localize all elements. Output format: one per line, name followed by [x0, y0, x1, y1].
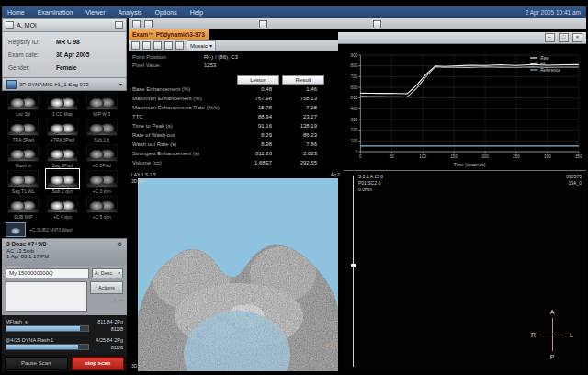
- thumbnail[interactable]: +C 4 dyn: [43, 196, 83, 222]
- metric-value-2: 138.19: [282, 123, 324, 129]
- localizer-viewport[interactable]: S 2.1 A 15.8P01 SC2 00.0mm 09057510A_0 A…: [344, 170, 586, 371]
- ruler-tool-icon[interactable]: [164, 41, 173, 50]
- metric-label: Rate of Wash out: [129, 132, 237, 138]
- chevron-down-icon: ▾: [209, 42, 212, 49]
- layout-icon[interactable]: [259, 20, 267, 28]
- thumbnail[interactable]: TRA 3Pwd: [4, 119, 43, 144]
- thumbnail[interactable]: SUB MIP: [4, 196, 43, 222]
- save-icon[interactable]: [144, 20, 153, 28]
- thumbnail-caption: MIP W 3: [93, 111, 110, 117]
- notes-textarea[interactable]: [6, 281, 87, 312]
- comment-input[interactable]: [6, 268, 89, 278]
- table-row: Base Enhancement (%) 0.48 1.46: [129, 85, 342, 94]
- compass-right: R: [531, 332, 536, 338]
- pause-scan-button[interactable]: Pause Scan: [5, 357, 68, 370]
- table-row: Strongest Enhancement (s) 811.26 2.823: [129, 149, 342, 158]
- svg-text:Reference: Reference: [540, 68, 560, 73]
- menu-item[interactable]: Viewer: [85, 9, 105, 16]
- metric-value-1: 1.68E7: [237, 160, 279, 165]
- column-header-result: Result: [282, 75, 324, 85]
- patient-info-row: Exam date: 30 Apr 2005: [8, 51, 120, 58]
- folder-icon[interactable]: [6, 21, 14, 29]
- svg-text:Raw: Raw: [540, 56, 549, 61]
- series-selector[interactable]: 3P DYNAMIC #1_1 Sag 973 ▾: [2, 77, 127, 91]
- chart-svg: 0100200300400500600700800900050100150200…: [338, 44, 586, 170]
- metric-label: Time to Peak (s): [129, 123, 237, 129]
- metric-value-1: 15.78: [237, 105, 279, 110]
- mri-image[interactable]: [138, 178, 338, 371]
- menu-item[interactable]: Analysis: [119, 9, 142, 16]
- thumbnail[interactable]: +C 2Pwd: [82, 144, 121, 170]
- thumbnail[interactable]: MIP W 3: [82, 93, 121, 119]
- close-icon[interactable]: ×: [572, 33, 582, 42]
- thumbnail-caption: Loc 3pl: [16, 111, 30, 117]
- table-row: TTC 88.94 23.27: [129, 112, 342, 121]
- patient-info-label: Exam date:: [8, 51, 56, 58]
- thumbnail-image: [47, 196, 78, 213]
- menu-item[interactable]: Examination: [38, 9, 74, 16]
- thumbnail[interactable]: Sag T1 WL: [4, 170, 43, 196]
- chevron-down-icon[interactable]: ▾: [119, 81, 122, 87]
- maximize-icon[interactable]: □: [559, 33, 569, 42]
- mri-overlay-bottomright: 0 1 F: [326, 342, 336, 347]
- menu-item[interactable]: Help: [190, 9, 203, 16]
- table-row: Rate of Wash out 8.29 86.23: [129, 131, 342, 140]
- thumbnail-caption: Sag 2Pwd: [52, 163, 74, 168]
- menu-item[interactable]: Options: [155, 9, 177, 16]
- metric-value-1: 8.29: [237, 132, 279, 138]
- menu-item[interactable]: Home: [7, 9, 25, 16]
- thumbnail[interactable]: Wash in: [4, 144, 43, 170]
- thumbnail[interactable]: +C 5 dyn: [82, 196, 121, 222]
- menu-bar: HomeExaminationViewerAnalysisOptionsHelp…: [2, 6, 586, 18]
- thumbnail[interactable]: Loc 3pl: [4, 93, 43, 119]
- thumbnail[interactable]: Sag 2Pwd: [43, 144, 83, 170]
- actions-button[interactable]: Actions: [90, 281, 123, 294]
- settings-icon[interactable]: [115, 21, 123, 29]
- info-label: Point Position:: [132, 54, 204, 62]
- view-mode-dropdown[interactable]: Mosaic ▾: [187, 40, 216, 51]
- metric-value-2: 758.13: [282, 96, 324, 101]
- comment-dropdown[interactable]: A: Desc ▾: [92, 268, 123, 278]
- series-icon: [6, 80, 17, 89]
- svg-text:0: 0: [359, 154, 362, 159]
- svg-text:200: 200: [351, 128, 358, 132]
- job-panel: 3 Dose #7+9/8 ⚙ AC 13.5mb 1 Apr 06 1:17 …: [2, 238, 127, 266]
- print-icon[interactable]: [373, 20, 381, 28]
- eraser-tool-icon[interactable]: [175, 41, 184, 50]
- zoom-tool-icon[interactable]: [153, 41, 162, 50]
- thumbnail-image: [7, 119, 39, 136]
- comment-zone: A: Desc ▾ Actions ⋮ ⋯: [2, 266, 127, 315]
- thumbnail-image: [86, 93, 118, 110]
- roi-tool-icon[interactable]: [142, 41, 151, 50]
- stop-scan-button[interactable]: stop scan: [72, 357, 124, 370]
- svg-text:400: 400: [351, 107, 358, 111]
- thumbnail[interactable]: Sub 1 h: [82, 119, 121, 144]
- progress-bar: [6, 344, 89, 350]
- path-row: Exam™ Pt\dynamic\3-973: [129, 29, 338, 40]
- mri-viewport[interactable]: LAX 1 S 1.5 3D dyn Aq 2 0 1 F 3D: [129, 170, 344, 371]
- mri-image-svg: [138, 178, 338, 371]
- open-study-icon[interactable]: [132, 20, 141, 28]
- thumbnail-caption: +C 4 dyn: [53, 214, 72, 220]
- pointer-tool-icon[interactable]: [131, 41, 140, 50]
- sidebar: A. MOI Registry ID: MR C 98 Exam date: 3…: [2, 18, 127, 371]
- info-row: Pixel Value: 1253: [132, 62, 338, 71]
- series-path[interactable]: Exam™ Pt\dynamic\3-973: [129, 29, 209, 40]
- kinetics-panel: Point Position: R(-) / (86), C3 Pixel Va…: [129, 51, 342, 170]
- svg-text:300: 300: [544, 154, 551, 159]
- metric-value-2: 292.55: [282, 160, 324, 165]
- mri-overlay-topleft: LAX 1 S 1.5: [131, 172, 156, 177]
- thumbnail[interactable]: 3 CC Map: [43, 93, 83, 119]
- metric-label: Base Enhancement (%): [129, 86, 237, 92]
- column-header-lesion: Lesion: [237, 75, 279, 85]
- svg-text:100: 100: [419, 154, 426, 159]
- thumbnail[interactable]: Sub 2 dyn: [43, 170, 83, 196]
- sub-series-thumbnail[interactable]: [6, 222, 26, 237]
- minimize-icon[interactable]: –: [545, 33, 555, 42]
- thumbnail[interactable]: +C 3 dyn: [82, 170, 121, 196]
- thumbnail[interactable]: +TRA 3Pwd: [43, 119, 83, 144]
- job-gear-icon[interactable]: ⚙: [117, 241, 122, 248]
- patient-name: A. MOI: [17, 22, 37, 28]
- slice-position-line[interactable]: [353, 176, 354, 367]
- progress-bar: [6, 325, 89, 332]
